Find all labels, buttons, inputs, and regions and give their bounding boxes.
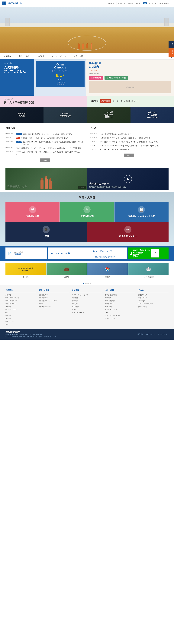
- footer-link-1[interactable]: ハラスメント: [146, 333, 155, 335]
- events-more-button[interactable]: more: [124, 154, 134, 157]
- news-text-0[interactable]: 秋草・津路佳生理学部「リハビリテーション学部」創設を広く周知: [23, 133, 72, 136]
- tag-nursing[interactable]: 保健看護学部: [89, 76, 103, 80]
- footer-col-3-item-1[interactable]: 就職実績: [105, 297, 135, 299]
- footer-link-0[interactable]: 採用情報: [138, 333, 144, 335]
- cert-box[interactable]: 国家資格 認定心理師 カリキュラムが認可されました: [87, 96, 174, 107]
- footer-col-1-item-4[interactable]: 総合教育センター: [39, 306, 69, 308]
- footer-col-4-title[interactable]: その他: [138, 289, 169, 292]
- footer-col-0-item-8[interactable]: 施設一覧: [5, 317, 36, 320]
- top-nav-item-1[interactable]: 在学生の方: [117, 2, 127, 5]
- footer-col-3-item-7[interactable]: キャンパスライフQ&A: [105, 314, 135, 317]
- online-admission-button[interactable]: ➤ インターネット出願: [48, 248, 90, 259]
- event-text-4[interactable]: 4月21日 オープンキャンパスを開催します！: [100, 148, 133, 151]
- footer-col-0-item-3[interactable]: 大学の取り組み: [5, 302, 36, 305]
- news-more-button[interactable]: more: [40, 158, 50, 162]
- nav-item-career[interactable]: 進路・就職: [70, 53, 87, 59]
- service-item-2[interactable]: 📚 三書所: [87, 263, 128, 279]
- nav-item-admissions[interactable]: 入試情報: [33, 53, 48, 59]
- footer-col-0-item-9[interactable]: 発展ニュース: [5, 320, 36, 322]
- footer-col-4-item-3[interactable]: プライバシーポリシー: [138, 302, 169, 305]
- medical-welfare-banner[interactable]: 医療福祉人になる クリック: [5, 168, 87, 190]
- feature-first-japan[interactable]: 日本初の医療福祉大学: [43, 107, 87, 123]
- news-text-2[interactable]: 山形市でMEDICAL「山形市内の医療」における「医学連携機構」等について紹介さ…: [23, 141, 84, 146]
- top-nav-item-0[interactable]: 受験生の方: [106, 2, 117, 5]
- dorm-banner-row: 2019年10月 新・女子学生寮開寮予定 国家資格 認定心理師 カリキュラムが認…: [0, 96, 174, 107]
- footer-link-2[interactable]: サイトポリシー: [158, 333, 169, 335]
- footer-col-0-item-10[interactable]: 就職: [5, 323, 36, 326]
- event-text-0[interactable]: 川本・上海医療系学院との合同授業を開く: [100, 133, 131, 136]
- service-item-1[interactable]: 💼 就職課: [46, 263, 87, 279]
- footer-col-1-item-1[interactable]: 医療技術学部: [39, 297, 69, 299]
- service-item-0[interactable]: かわさき生涯情報授業2018 4/26 農・進学: [5, 263, 46, 279]
- footer-col-2-item-0[interactable]: アドミッション・ポリシー: [72, 294, 102, 296]
- footer-col-0-item-7[interactable]: 動画一覧: [5, 314, 36, 317]
- footer-col-0-title[interactable]: 大学案内: [5, 289, 36, 292]
- request-materials-button[interactable]: 📄 キャンパスガイド 資料請求: [5, 248, 47, 259]
- dot-4[interactable]: [90, 283, 91, 284]
- home-button[interactable]: home: [169, 41, 174, 48]
- footer-col-0-item-5[interactable]: 学生生活について: [5, 308, 36, 311]
- open-campus-cta-button[interactable]: ➤ オープンキャンパス: [90, 248, 127, 255]
- footer-col-0-item-6[interactable]: 特色: [5, 312, 36, 314]
- footer-col-1-item-0[interactable]: 医療福祉学部: [39, 294, 69, 296]
- footer-col-4-item-2[interactable]: Language: [138, 300, 169, 302]
- footer-col-4-item-0[interactable]: 交通アクセス: [138, 294, 169, 296]
- footer-col-2-item-3[interactable]: 入試Q&A: [72, 302, 102, 305]
- footer-col-2-item-6[interactable]: キャンパスライフ: [72, 312, 102, 314]
- footer-col-0-item-0[interactable]: 大学概要: [5, 294, 36, 296]
- footer-col-0-item-1[interactable]: 学長・大学について: [5, 297, 36, 299]
- footer-col-3-item-8[interactable]: 卒業生について: [105, 317, 135, 320]
- footer-col-2-title[interactable]: 入試情報: [72, 289, 102, 292]
- feature-team-medicine[interactable]: 川崎で育つ「チーム医療」"SPECIALIST": [131, 107, 174, 123]
- footer-col-2-item-4[interactable]: 過去の問題: [72, 306, 102, 308]
- event-text-2[interactable]: 6月17日 (月)オープンキャンパスに「わかりやすく」に思 知参加を楽しみます。: [100, 141, 159, 143]
- dot-1[interactable]: [85, 283, 86, 284]
- top-nav-item-4[interactable]: ✉ お問い合わせ: [158, 2, 172, 5]
- dot-3[interactable]: [88, 283, 89, 284]
- dot-2[interactable]: [86, 283, 88, 284]
- top-nav-item-2[interactable]: 卒業生・一般の方: [127, 2, 142, 5]
- pdf-btn[interactable]: 📄 2019年度入学試験要項 [PDF]: [90, 255, 127, 259]
- pagetop-button[interactable]: pagetop: [169, 48, 174, 57]
- nav-item-dept[interactable]: 学部・大学院: [15, 53, 33, 59]
- news-text-1[interactable]: 川崎医療（医療）「川崎（県）」への入試情報をアップしました: [21, 137, 69, 139]
- footer-col-3-item-5[interactable]: インターンシップ: [105, 308, 135, 311]
- footer-col-1-title[interactable]: 学部・大学院: [39, 289, 69, 292]
- dept-medical-welfare[interactable]: ❤ 医療福祉学部: [5, 202, 59, 222]
- line-box[interactable]: L LINE®で入試に関する HOTな情報 配信中！ @kumw QRCODE: [128, 248, 169, 259]
- feature-practice[interactable]: 2つの大学病院で行う実習とは: [87, 107, 131, 123]
- university-movie-banner[interactable]: ▶ 大学案内ムービー 魅力的な学院の映像で学院の様子をご覧いただけます。: [87, 168, 169, 190]
- footer-col-3-item-6[interactable]: Q&A: [105, 312, 135, 314]
- dept-management[interactable]: 📋 医療福祉 マネジメント学部: [115, 202, 169, 222]
- event-text-3[interactable]: 日本一のフスクール大学の学生が参加して看護された一系 全学部実習参加し同様。: [100, 144, 161, 147]
- service-item-3[interactable]: 🏥 心・生涯相談室: [129, 263, 169, 279]
- footer-col-4-item-1[interactable]: サイトマップ: [138, 297, 169, 299]
- footer-col-2-item-1[interactable]: 入試概要: [72, 297, 102, 299]
- footer-col-3-item-2[interactable]: 就職・進学情報: [105, 300, 135, 302]
- dot-0[interactable]: [83, 283, 84, 284]
- footer-col-0-item-2[interactable]: 教育研究について: [5, 300, 36, 302]
- footer-col-2-item-5[interactable]: ROSA: [72, 308, 102, 311]
- tag-rehab[interactable]: リハビリテーション学部: [105, 76, 128, 80]
- footer-col-1-item-3[interactable]: 大学院: [39, 302, 69, 305]
- footer-col-3-item-3[interactable]: 就職サポート: [105, 302, 135, 305]
- event-text-1[interactable]: 川崎医療福祉大学で、あなたの意識を体験しよう！−体験フェア開催: [100, 137, 150, 139]
- dorm-box[interactable]: 2019年10月 新・女子学生寮開寮予定: [0, 96, 87, 107]
- feature-national-exam[interactable]: 国家試験合格率: [0, 107, 43, 123]
- footer-col-3-item-0[interactable]: 在学生の活動支援: [105, 294, 135, 296]
- footer-col-2-item-2[interactable]: 選手入試: [72, 300, 102, 302]
- open-campus-box[interactable]: Open Campus オープンキャンパス 6/17 SUN 10:00~15:…: [34, 60, 86, 96]
- dept-education-center[interactable]: ✏ 総合教育センター: [87, 222, 169, 242]
- top-nav-item-3[interactable]: 🚌 交通アクセス: [142, 2, 158, 5]
- news-text-3[interactable]: 「救出当選者(医学・リハビリデザイン方)・学部生の方の地域学習について、「医学連…: [15, 147, 82, 150]
- dept-graduate[interactable]: 🎓 大学院: [5, 222, 87, 242]
- footer-col-1-item-2[interactable]: 医療福祉マネジメント学部: [39, 300, 69, 302]
- footer-col-3-title[interactable]: 進路・就職: [105, 289, 135, 292]
- nav-item-campus[interactable]: キャンパスライフ: [48, 53, 70, 59]
- footer-col-4-item-4[interactable]: お問い合わせ: [138, 306, 169, 308]
- footer-col-3-item-4[interactable]: 進路・進学: [105, 306, 135, 308]
- dept-medical-tech[interactable]: ⚕ 医療技術学部: [60, 202, 114, 222]
- news-text-4[interactable]: 「子どもの目」が育発した育「乳幼・幼目」から、山形市の広報 「東京が紹介 がされ…: [15, 151, 84, 156]
- nav-item-university[interactable]: 大学案内: [0, 53, 15, 59]
- footer-col-0-item-4[interactable]: 社会連携: [5, 306, 36, 308]
